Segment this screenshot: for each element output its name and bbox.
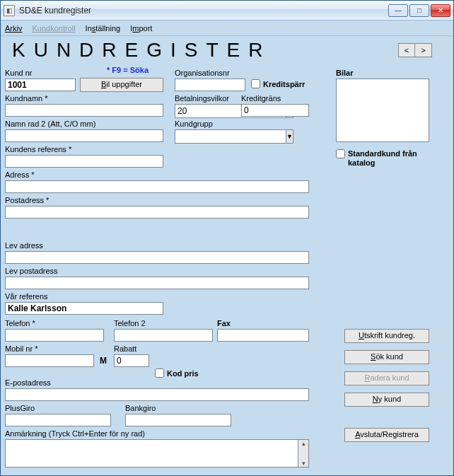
label-mobil: Mobil nr * [5, 344, 37, 353]
next-record-button[interactable]: > [415, 43, 432, 57]
standardkund-box[interactable] [336, 149, 345, 158]
lev-postadress-input[interactable] [5, 277, 309, 289]
label-m: M [100, 356, 107, 366]
minimize-button[interactable]: ― [388, 4, 408, 17]
titlebar: ◧ SD&E kundregister ― □ ✕ [1, 1, 453, 21]
label-telefon2: Telefon 2 [114, 319, 146, 327]
kreditsparr-label: Kreditspärr [263, 80, 305, 88]
ny-kund-button[interactable]: Ny kund [344, 393, 429, 407]
scrollbar[interactable]: ▴▾ [298, 439, 309, 468]
utskrift-button[interactable]: Utskrift kundreg. [344, 329, 429, 343]
label-telefon: Telefon * [5, 319, 35, 327]
label-postadress: Postadress * [5, 196, 49, 204]
fax-input[interactable] [217, 329, 309, 342]
epost-input[interactable] [5, 388, 309, 401]
sok-kund-button[interactable]: Sök kund [344, 350, 429, 364]
dropdown-icon[interactable]: ▼ [286, 129, 293, 144]
mobil-input[interactable] [5, 354, 94, 367]
namn-rad2-input[interactable] [5, 129, 163, 142]
telefon-input[interactable] [5, 329, 104, 342]
close-button[interactable]: ✕ [431, 4, 450, 17]
prev-record-button[interactable]: < [398, 43, 415, 57]
label-rabatt: Rabatt [114, 344, 136, 353]
adress-input[interactable] [5, 180, 309, 193]
label-kund-ref: Kundens referens * [5, 145, 71, 153]
nav-arrows: < > [398, 43, 432, 57]
label-var-referens: Vår referens [5, 292, 48, 301]
standardkund-label: Standardkund från katalog [348, 149, 435, 168]
kod-pris-label: Kod pris [167, 369, 199, 378]
avsluta-registrera-button[interactable]: Avsluta/Registrera [344, 428, 429, 442]
label-anmarkning: Anmärkning (Tryck Ctrl+Enter för ny rad) [5, 429, 145, 438]
page-title: KUNDREGISTER [12, 39, 271, 62]
kod-pris-checkbox[interactable]: Kod pris [155, 368, 199, 378]
kreditsparr-checkbox[interactable]: Kreditspärr [251, 79, 305, 88]
kundgrupp-value[interactable] [175, 129, 286, 144]
kund-nr-input[interactable] [5, 79, 76, 91]
kreditsparr-box[interactable] [251, 79, 260, 88]
radera-kund-button: Radera kund [344, 371, 429, 385]
app-window: ◧ SD&E kundregister ― □ ✕ Arkiv Kundkont… [0, 0, 454, 476]
standardkund-checkbox[interactable]: Standardkund från katalog [336, 149, 435, 168]
maximize-button[interactable]: □ [409, 4, 429, 17]
bil-uppgifter-button[interactable]: Bil uppgifter [80, 78, 163, 92]
client-area: KUNDREGISTER < > * F9 = Söka Kund nr Bil… [1, 36, 453, 475]
menu-import[interactable]: Import [130, 24, 152, 33]
orgnr-input[interactable] [175, 79, 245, 91]
label-orgnr: Organisationsnr [175, 69, 230, 77]
postadress-input[interactable] [5, 206, 309, 219]
label-kundgrupp: Kundgrupp [175, 120, 213, 128]
bankgiro-input[interactable] [125, 414, 231, 426]
telefon2-input[interactable] [114, 329, 213, 342]
kundgrupp-select[interactable]: ▼ [175, 129, 235, 144]
scroll-up-icon[interactable]: ▴ [302, 440, 305, 447]
search-hint: * F9 = Söka [107, 66, 149, 74]
kundnamn-input[interactable] [5, 104, 163, 117]
menu-arkiv[interactable]: Arkiv [5, 24, 22, 33]
anmarkning-field[interactable]: ▴▾ [5, 439, 309, 468]
label-plusgiro: PlusGiro [5, 404, 35, 412]
menu-installning[interactable]: Inställning [86, 24, 121, 33]
kreditgrans-input[interactable] [241, 104, 309, 117]
label-namn-rad2: Namn rad 2 (Att, C/O mm) [5, 120, 95, 128]
lev-adress-input[interactable] [5, 251, 309, 264]
label-epost: E-postadress [5, 378, 51, 387]
label-lev-adress: Lev adress [5, 241, 43, 250]
kund-ref-input[interactable] [5, 155, 163, 168]
kod-pris-box[interactable] [155, 368, 164, 378]
window-title: SD&E kundregister [19, 6, 388, 16]
menu-kundkontroll: Kundkontroll [32, 24, 75, 33]
label-bankgiro: Bankgiro [125, 404, 156, 412]
bilar-listbox[interactable] [336, 79, 429, 142]
plusgiro-input[interactable] [5, 414, 111, 426]
betvillkor-select[interactable]: ▼ [175, 104, 235, 118]
label-bilar: Bilar [336, 69, 353, 77]
app-icon: ◧ [4, 5, 15, 16]
label-fax: Fax [217, 319, 231, 327]
label-kreditgrans: Kreditgräns [241, 94, 281, 103]
label-kundnamn: Kundnamn * [5, 94, 48, 103]
scroll-down-icon[interactable]: ▾ [302, 460, 305, 467]
menubar: Arkiv Kundkontroll Inställning Import [1, 21, 453, 36]
window-buttons: ― □ ✕ [388, 4, 450, 17]
label-adress: Adress * [5, 170, 35, 179]
anmarkning-textarea[interactable] [5, 439, 298, 468]
label-betvillkor: Betalningsvilkor [175, 94, 229, 103]
rabatt-input[interactable] [114, 354, 149, 367]
var-referens-input[interactable] [5, 302, 163, 315]
label-kund-nr: Kund nr [5, 69, 33, 77]
label-lev-postadress: Lev postadress [5, 267, 58, 275]
